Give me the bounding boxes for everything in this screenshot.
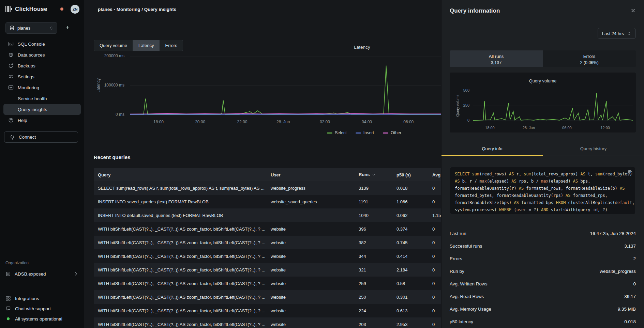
query-cell: WITH bitShiftLeft(CAST(?..), _CAST(?..))…: [94, 263, 267, 277]
detail-row-successful-runs: Successful runs3,137: [450, 240, 636, 252]
col-header-p50-s[interactable]: p50 (s): [392, 168, 428, 181]
recent-queries-title: Recent queries: [94, 154, 131, 160]
backups-icon: [8, 63, 14, 68]
latency-chart-title: Latency: [338, 45, 386, 50]
nav-label: Query insights: [18, 107, 47, 112]
query-row[interactable]: SELECT sum(read_rows) AS r, sum(total_ro…: [94, 181, 441, 195]
col-header-user[interactable]: User: [267, 168, 355, 181]
x-tick: 12:00: [593, 126, 617, 130]
sidebar-item-monitoring[interactable]: Monitoring: [3, 82, 81, 93]
service-row: planes +: [0, 22, 84, 34]
organization-selector[interactable]: ADSB.exposed: [5, 268, 79, 279]
connect-label: Connect: [19, 135, 36, 140]
x-tick: 06:00: [396, 120, 420, 124]
query-row[interactable]: WITH bitShiftLeft(CAST(?..), _CAST(?..))…: [94, 277, 441, 290]
user-cell: website_progress: [267, 181, 355, 195]
x-tick: 28. Jun: [271, 120, 295, 124]
sidebar-item-service-health[interactable]: Service health: [3, 93, 81, 104]
sidebar-item-backups[interactable]: Backups: [3, 60, 81, 71]
legend-item-insert[interactable]: Insert: [356, 130, 374, 135]
col-header-runs[interactable]: Runs: [355, 168, 392, 181]
query-row[interactable]: WITH bitShiftLeft(CAST(?..), _CAST(?..))…: [94, 317, 441, 328]
query-row[interactable]: WITH bitShiftLeft(CAST(?..), _CAST(?..))…: [94, 236, 441, 249]
main-content: planes - Monitoring / Query insights Que…: [84, 0, 441, 328]
x-tick: 20:00: [188, 120, 212, 124]
sidebar-item-all-systems-operational[interactable]: All systems operational: [5, 314, 79, 324]
sidebar-item-sql-console[interactable]: SQL Console: [3, 38, 81, 49]
avg-cell: 0: [428, 181, 441, 195]
query-row[interactable]: WITH bitShiftLeft(CAST(?..), _CAST(?..))…: [94, 263, 441, 277]
service-selector[interactable]: planes: [5, 22, 57, 34]
integrations-icon: [5, 296, 11, 301]
runs-cell: 259: [355, 277, 392, 290]
main-header: planes - Monitoring / Query insights: [84, 0, 441, 18]
sidebar-item-chat-with-support[interactable]: Chat with support: [5, 303, 79, 314]
detail-row-last-run: Last run16:47:25, Jun 28 2024: [450, 227, 636, 240]
clickhouse-logo-icon: [5, 6, 12, 12]
time-range-select[interactable]: Last 24 hrs: [598, 28, 636, 39]
detail-label: p50 latency: [450, 319, 473, 324]
y-tick: 0: [441, 118, 469, 122]
y-tick: 500: [441, 88, 469, 92]
avg-cell: 0: [428, 290, 441, 304]
panel-tabs: Query infoQuery history: [441, 143, 644, 156]
sidebar-nav: SQL ConsoleData sourcesBackupsSettingsMo…: [0, 34, 84, 126]
sidebar-item-settings[interactable]: Settings: [3, 71, 81, 82]
volume-chart-svg: [473, 91, 633, 121]
plug-icon: [10, 135, 15, 140]
detail-value: 2: [633, 256, 636, 261]
query-row[interactable]: WITH bitShiftLeft(CAST(?..), _CAST(?..))…: [94, 222, 441, 236]
detail-value: 0: [633, 281, 636, 286]
col-header-query[interactable]: Query: [94, 168, 267, 181]
close-icon[interactable]: [630, 8, 636, 14]
query-row[interactable]: WITH bitShiftLeft(CAST(?..), _CAST(?..))…: [94, 290, 441, 304]
detail-label: Avg. Memory Usage: [450, 307, 491, 312]
tab-query-info[interactable]: Query info: [441, 143, 543, 156]
p50-cell: 0.374: [392, 222, 428, 236]
tab-latency[interactable]: Latency: [133, 40, 160, 51]
user-cell: website: [267, 249, 355, 263]
query-cell: WITH bitShiftLeft(CAST(?..), _CAST(?..))…: [94, 236, 267, 249]
query-row[interactable]: WITH bitShiftLeft(CAST(?..), _CAST(?..))…: [94, 249, 441, 263]
query-cell: SELECT sum(read_rows) AS r, sum(total_ro…: [94, 181, 267, 195]
copy-icon[interactable]: [628, 170, 633, 176]
avatar[interactable]: ZN: [71, 5, 79, 14]
x-tick: 18:00: [147, 120, 170, 124]
tab-query-history[interactable]: Query history: [543, 143, 644, 156]
query-row[interactable]: INSERT INTO saved_queries (text) FORMAT …: [94, 195, 441, 208]
p50-cell: 2.953: [392, 317, 428, 328]
add-service-button[interactable]: +: [63, 23, 72, 33]
sidebar-item-help[interactable]: Help: [3, 115, 81, 126]
col-header-label: Avg: [432, 172, 440, 177]
legend-item-other[interactable]: Other: [383, 130, 401, 135]
detail-row-avg-written-rows: Avg. Written Rows0: [450, 278, 636, 290]
y-tick: 250: [441, 103, 469, 107]
stats-tabs: All runs3,137Errors2 (0.06%): [450, 50, 636, 67]
query-row[interactable]: WITH bitShiftLeft(CAST(?..), _CAST(?..))…: [94, 304, 441, 317]
query-details: Last run16:47:25, Jun 28 2024Successful …: [450, 227, 636, 328]
runs-cell: 224: [355, 304, 392, 317]
stats-tab-all-runs[interactable]: All runs3,137: [450, 50, 543, 67]
user-cell: website: [267, 263, 355, 277]
sidebar-item-integrations[interactable]: Integrations: [5, 293, 79, 303]
tab-errors[interactable]: Errors: [160, 40, 182, 51]
legend-item-select[interactable]: Select: [327, 130, 347, 135]
x-tick: 02:00: [313, 120, 337, 124]
avg-cell: 0: [428, 222, 441, 236]
stats-tab-value: 3,137: [491, 60, 501, 65]
stats-tab-errors[interactable]: Errors2 (0.06%): [543, 50, 636, 67]
connect-button[interactable]: Connect: [4, 131, 78, 143]
runs-cell: 396: [355, 222, 392, 236]
runs-cell: 203: [355, 317, 392, 328]
detail-value: website_progress: [600, 269, 636, 274]
sidebar-item-query-insights[interactable]: Query insights: [3, 104, 81, 115]
x-tick: 06:00: [555, 126, 579, 130]
chart-legend: SelectInsertOther: [327, 130, 401, 135]
stats-tab-label: Errors: [583, 54, 595, 59]
query-row[interactable]: INSERT INTO default.saved_queries (text)…: [94, 208, 441, 222]
col-header-avg[interactable]: Avg: [428, 168, 441, 181]
sidebar-item-data-sources[interactable]: Data sources: [3, 49, 81, 60]
p50-cell: 2.184: [392, 263, 428, 277]
tab-query-volume[interactable]: Query volume: [94, 40, 133, 51]
detail-value: 0.018: [624, 319, 636, 324]
